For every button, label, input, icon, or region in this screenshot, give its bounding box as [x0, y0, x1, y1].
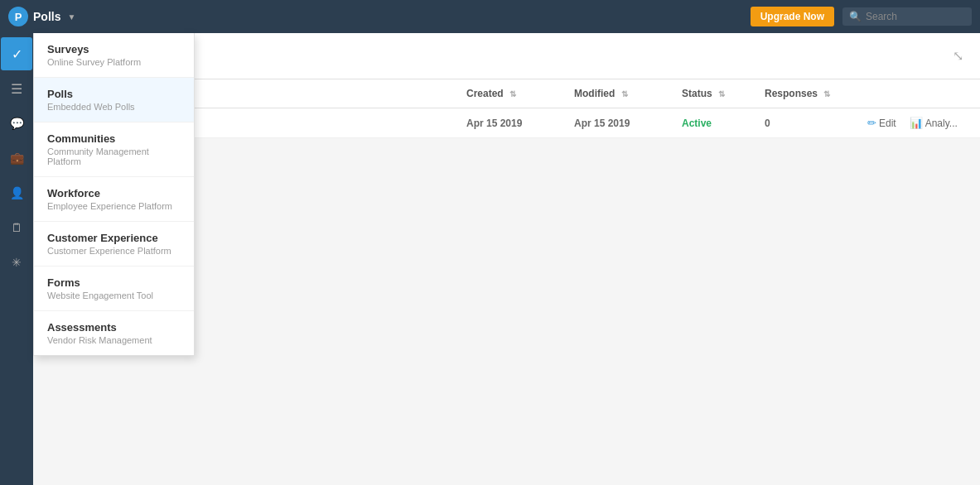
navbar-left: P Polls ▼ [8, 7, 75, 26]
forms-icon: 🗒 [11, 221, 22, 234]
brand-name: Polls [33, 10, 60, 23]
row-responses: 0 [765, 118, 864, 129]
edit-label: Edit [879, 118, 896, 129]
dropdown-item-forms[interactable]: Forms Website Engagement Tool [34, 267, 194, 311]
row-actions: ✏ Edit 📊 Analy... [864, 115, 963, 131]
expand-icon[interactable]: ⤡ [953, 48, 963, 64]
dropdown-item-assessments[interactable]: Assessments Vendor Risk Management [34, 311, 194, 355]
analyze-icon: 📊 [910, 117, 923, 129]
edit-icon: ✏ [867, 117, 876, 129]
dropdown-cx-subtitle: Customer Experience Platform [47, 246, 181, 256]
top-navbar: P Polls ▼ Upgrade Now 🔍 [0, 0, 980, 33]
column-header-responses: Responses ⇅ [765, 88, 864, 99]
column-header-created: Created ⇅ [466, 88, 574, 99]
dropdown-communities-title: Communities [47, 132, 181, 145]
brand-icon: P [8, 7, 28, 26]
chat-icon: 💬 [10, 117, 24, 130]
search-input[interactable] [866, 11, 965, 22]
dropdown-surveys-title: Surveys [47, 43, 181, 55]
dropdown-item-surveys[interactable]: Surveys Online Survey Platform [34, 33, 194, 78]
sort-modified-icon[interactable]: ⇅ [621, 89, 628, 98]
dropdown-item-polls[interactable]: Polls Embedded Web Polls [34, 78, 194, 122]
upgrade-button[interactable]: Upgrade Now [751, 7, 834, 26]
check-icon: ✓ [12, 46, 22, 62]
list-icon: ☰ [11, 81, 22, 97]
brand-dropdown-arrow[interactable]: ▼ [67, 12, 75, 22]
sidebar-item-check[interactable]: ✓ [1, 37, 32, 70]
main-layout: ✓ ☰ 💬 💼 👤 🗒 ✳ Surveys Online Survey Plat… [0, 33, 980, 485]
sidebar-item-chat[interactable]: 💬 [1, 107, 32, 140]
sort-responses-icon[interactable]: ⇅ [823, 89, 830, 98]
dropdown-item-workforce[interactable]: Workforce Employee Experience Platform [34, 177, 194, 222]
navbar-brand[interactable]: P Polls ▼ [8, 7, 75, 26]
dropdown-assessments-subtitle: Vendor Risk Management [47, 335, 181, 345]
row-created-date: Apr 15 2019 [466, 118, 574, 129]
sort-created-icon[interactable]: ⇅ [509, 89, 516, 98]
network-icon: ✳ [12, 256, 22, 269]
dropdown-polls-title: Polls [47, 88, 181, 100]
dropdown-workforce-subtitle: Employee Experience Platform [47, 201, 181, 211]
sidebar: ✓ ☰ 💬 💼 👤 🗒 ✳ [0, 33, 33, 485]
edit-button[interactable]: ✏ Edit [864, 115, 900, 131]
sidebar-item-user[interactable]: 👤 [1, 176, 32, 209]
sort-status-icon[interactable]: ⇅ [718, 89, 725, 98]
sidebar-item-list[interactable]: ☰ [1, 72, 32, 105]
dropdown-surveys-subtitle: Online Survey Platform [47, 57, 181, 67]
dropdown-forms-title: Forms [47, 276, 181, 289]
dropdown-polls-subtitle: Embedded Web Polls [47, 102, 181, 112]
dropdown-menu: Surveys Online Survey Platform Polls Emb… [33, 33, 195, 356]
search-box: 🔍 [842, 7, 972, 26]
analyze-button[interactable]: 📊 Analy... [906, 115, 961, 131]
sidebar-item-briefcase[interactable]: 💼 [1, 142, 32, 175]
column-header-status: Status ⇅ [682, 88, 765, 99]
briefcase-icon: 💼 [10, 151, 24, 165]
dropdown-communities-subtitle: Community Management Platform [47, 146, 181, 166]
dropdown-cx-title: Customer Experience [47, 232, 181, 244]
navbar-right: Upgrade Now 🔍 [751, 7, 972, 26]
search-icon: 🔍 [849, 11, 862, 22]
user-icon: 👤 [10, 186, 24, 199]
analyze-label: Analy... [925, 118, 958, 129]
dropdown-item-cx[interactable]: Customer Experience Customer Experience … [34, 222, 194, 267]
dropdown-item-communities[interactable]: Communities Community Management Platfor… [34, 122, 194, 177]
sidebar-item-network[interactable]: ✳ [1, 246, 32, 279]
column-header-modified: Modified ⇅ [574, 88, 682, 99]
dropdown-forms-subtitle: Website Engagement Tool [47, 291, 181, 300]
dropdown-assessments-title: Assessments [47, 321, 181, 334]
dropdown-workforce-title: Workforce [47, 187, 181, 199]
sidebar-item-forms[interactable]: 🗒 [1, 211, 32, 244]
row-modified-date: Apr 15 2019 [574, 118, 682, 129]
row-status: Active [682, 118, 765, 129]
